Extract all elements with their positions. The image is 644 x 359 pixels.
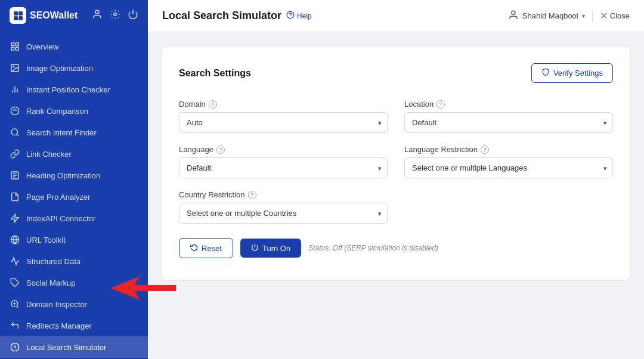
content-area: Search Settings Verify Settings Domain ? [148, 32, 644, 359]
country-restriction-group: Country Restriction ? Select one or mult… [179, 190, 388, 224]
country-restriction-select-wrapper: Select one or multiple Countries ▾ [179, 203, 388, 224]
reset-icon [190, 243, 198, 253]
domain-select-wrapper: Auto ▾ [179, 112, 388, 133]
country-restriction-section: Country Restriction ? Select one or mult… [179, 190, 613, 224]
page-pro-analyzer-icon [10, 191, 20, 202]
help-link[interactable]: Help [286, 11, 312, 21]
logo-icon [10, 7, 26, 24]
sidebar-item-label: Page Pro Analyzer [26, 193, 91, 202]
close-button[interactable]: ✕ Close [600, 10, 630, 21]
position-checker-icon [10, 84, 20, 95]
sidebar-logo: SEOWallet [10, 7, 78, 24]
topbar-divider [592, 10, 593, 22]
local-search-simulator-icon [10, 342, 20, 352]
sidebar-item-redirects-manager[interactable]: Redirects Manager [0, 315, 148, 336]
language-info-icon: ? [216, 146, 225, 154]
sidebar-item-indexapi-connector[interactable]: IndexAPI Connector [0, 208, 148, 229]
country-restriction-info-icon: ? [248, 191, 256, 199]
svg-rect-9 [11, 47, 14, 50]
close-x-icon: ✕ [600, 10, 608, 21]
power-icon[interactable] [128, 9, 138, 22]
topbar-left: Local Search Simulator Help [162, 10, 312, 22]
card-header: Search Settings Verify Settings [179, 63, 613, 83]
sidebar-item-structured-data[interactable]: Structured Data [0, 250, 148, 272]
sidebar-item-label: IndexAPI Connector [26, 214, 95, 223]
main-content: Local Search Simulator Help Shahid Maqbo… [148, 0, 644, 359]
page-title: Local Search Simulator [162, 10, 281, 22]
sidebar-item-link-checker[interactable]: Link Checker [0, 143, 148, 165]
sidebar-item-rank-comparison[interactable]: Rank Comparison [0, 100, 148, 122]
location-group: Location ? Default ▾ [404, 100, 613, 133]
sidebar-item-page-pro-analyzer[interactable]: Page Pro Analyzer [0, 186, 148, 208]
language-restriction-select-wrapper: Select one or multiple Languages ▾ [404, 157, 613, 178]
svg-rect-10 [16, 47, 18, 50]
svg-point-4 [95, 10, 99, 14]
card-title: Search Settings [179, 68, 251, 79]
url-toolkit-icon [10, 234, 20, 245]
user-badge[interactable]: Shahid Maqbool ▾ [508, 10, 585, 22]
svg-rect-8 [16, 43, 18, 46]
settings-icon[interactable] [110, 9, 120, 22]
topbar: Local Search Simulator Help Shahid Maqbo… [148, 0, 644, 32]
reset-label: Reset [202, 244, 222, 253]
sidebar-item-image-optimization[interactable]: Image Optimization [0, 57, 148, 79]
close-label: Close [610, 11, 630, 20]
domain-select[interactable]: Auto [179, 112, 388, 133]
country-restriction-select[interactable]: Select one or multiple Countries [179, 203, 388, 224]
sidebar-item-social-markup[interactable]: Social Markup [0, 272, 148, 293]
link-checker-icon [10, 148, 20, 159]
language-restriction-select[interactable]: Select one or multiple Languages [404, 157, 613, 178]
domain-info-icon: ? [209, 100, 217, 109]
location-info-icon: ? [436, 100, 445, 109]
language-group: Language ? Default ▾ [179, 145, 388, 178]
verify-settings-icon [541, 68, 550, 78]
sidebar-header: SEOWallet [0, 0, 148, 31]
sidebar-item-search-intent-finder[interactable]: Search Intent Finder [0, 122, 148, 143]
search-intent-icon [10, 127, 20, 138]
redirects-manager-icon [10, 320, 20, 331]
sidebar-item-url-toolkit[interactable]: URL Toolkit [0, 229, 148, 250]
svg-line-18 [17, 134, 18, 136]
action-row: Reset Turn On Status: Off (SERP simulati… [179, 238, 613, 258]
svg-point-16 [11, 107, 18, 114]
sidebar-item-domain-inspector[interactable]: Domain Inspector [0, 293, 148, 315]
svg-rect-7 [11, 43, 14, 46]
language-label: Language ? [179, 145, 388, 154]
sidebar-item-label: Social Markup [26, 278, 75, 287]
svg-point-17 [11, 129, 18, 135]
user-icon[interactable] [92, 9, 103, 22]
svg-rect-0 [14, 11, 18, 16]
language-select[interactable]: Default [179, 157, 388, 178]
heading-optimization-icon [10, 170, 20, 181]
user-avatar-icon [508, 10, 519, 22]
language-select-wrapper: Default ▾ [179, 157, 388, 178]
location-label: Location ? [404, 100, 613, 109]
user-name: Shahid Maqbool [522, 11, 578, 20]
turn-on-button[interactable]: Turn On [240, 239, 301, 258]
language-restriction-group: Language Restriction ? Select one or mul… [404, 145, 613, 178]
sidebar-item-label: Rank Comparison [26, 107, 88, 116]
social-markup-icon [10, 277, 20, 288]
location-select[interactable]: Default [404, 112, 613, 133]
help-icon [286, 11, 295, 21]
language-restriction-info-icon: ? [481, 146, 489, 154]
sidebar-item-label: Local Search Simulator [26, 343, 106, 352]
sidebar-item-local-search-simulator[interactable]: Local Search Simulator [0, 336, 148, 358]
location-select-wrapper: Default ▾ [404, 112, 613, 133]
sidebar-item-heading-optimization[interactable]: Heading Optimization [0, 165, 148, 186]
sidebar-item-instant-position-checker[interactable]: Instant Position Checker [0, 79, 148, 100]
search-settings-card: Search Settings Verify Settings Domain ? [162, 47, 630, 280]
svg-point-12 [13, 66, 14, 67]
verify-settings-button[interactable]: Verify Settings [531, 63, 613, 83]
sidebar-item-overview[interactable]: Overview [0, 36, 148, 57]
sidebar-item-label: URL Toolkit [26, 236, 66, 245]
language-restriction-label: Language Restriction ? [404, 145, 613, 154]
svg-rect-2 [14, 16, 18, 20]
turn-on-label: Turn On [262, 244, 290, 253]
image-optimization-icon [10, 63, 20, 73]
domain-group: Domain ? Auto ▾ [179, 100, 388, 133]
svg-line-27 [17, 306, 18, 308]
logo-text: SEOWallet [30, 10, 78, 21]
sidebar-item-label: Structured Data [26, 257, 80, 266]
reset-button[interactable]: Reset [179, 238, 233, 258]
